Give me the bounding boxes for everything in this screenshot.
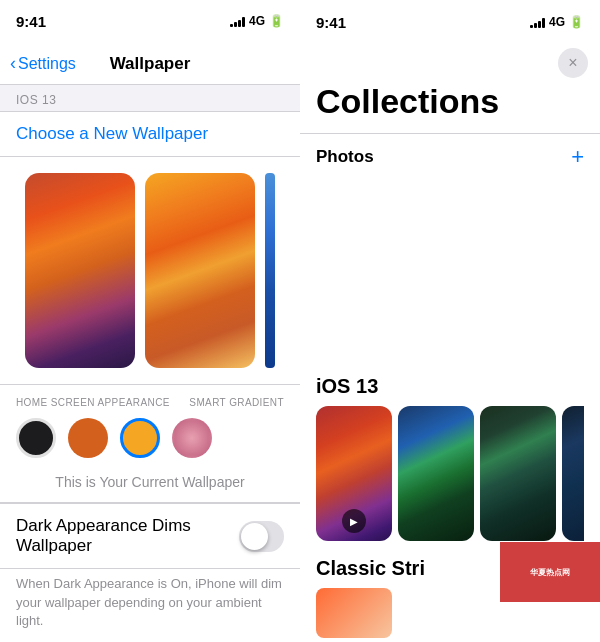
empty-space <box>300 180 600 375</box>
right-network-type: 4G <box>549 15 565 29</box>
left-panel: 9:41 4G 🔋 ‹ Settings Wallpaper iOS 13 Ch… <box>0 0 300 642</box>
photos-row[interactable]: Photos + <box>300 133 600 180</box>
collections-title: Collections <box>300 78 600 133</box>
ios13-wallpaper-1[interactable]: ▶ <box>316 406 392 541</box>
close-icon: × <box>568 54 577 72</box>
photos-label: Photos <box>316 147 374 167</box>
watermark: 华夏热点网 <box>500 542 600 602</box>
play-badge-1: ▶ <box>342 509 366 533</box>
chevron-left-icon: ‹ <box>10 53 16 74</box>
left-nav-bar: ‹ Settings Wallpaper <box>0 43 300 86</box>
right-battery-icon: 🔋 <box>569 15 584 29</box>
left-status-time: 9:41 <box>16 13 46 30</box>
dark-appearance-description: When Dark Appearance is On, iPhone will … <box>0 569 300 642</box>
appearance-labels: HOME SCREEN APPEARANCE SMART GRADIENT <box>16 397 284 408</box>
right-status-icons: 4G 🔋 <box>530 15 584 29</box>
ios13-wallpaper-2[interactable] <box>398 406 474 541</box>
wallpaper-dark-thumb <box>25 173 135 368</box>
color-pink-option[interactable] <box>172 418 212 458</box>
ios13-thumbs: ▶ <box>316 406 584 541</box>
back-label: Settings <box>18 55 76 73</box>
classic-thumb-1[interactable] <box>316 588 392 638</box>
color-orange-light-option[interactable] <box>120 418 160 458</box>
battery-icon: 🔋 <box>269 14 284 28</box>
choose-wallpaper-row[interactable]: Choose a New Wallpaper <box>0 111 300 157</box>
network-type: 4G <box>249 14 265 28</box>
wallpaper-preview-container <box>0 157 300 385</box>
left-status-bar: 9:41 4G 🔋 <box>0 0 300 43</box>
ios13-wallpaper-3[interactable] <box>480 406 556 541</box>
dark-appearance-row: Dark Appearance Dims Wallpaper <box>0 504 300 569</box>
color-options <box>16 418 284 458</box>
add-photos-button[interactable]: + <box>571 144 584 170</box>
wallpaper-blue-strip <box>265 173 275 368</box>
close-bar: × <box>300 44 600 78</box>
right-status-time: 9:41 <box>316 14 346 31</box>
toggle-knob <box>241 523 268 550</box>
ios13-section: iOS 13 ▶ <box>300 375 600 549</box>
right-status-bar: 9:41 4G 🔋 <box>300 0 600 44</box>
color-orange-dark-option[interactable] <box>68 418 108 458</box>
left-status-icons: 4G 🔋 <box>230 14 284 28</box>
back-button[interactable]: ‹ Settings <box>10 53 76 74</box>
close-button[interactable]: × <box>558 48 588 78</box>
ios13-wallpaper-4[interactable] <box>562 406 584 541</box>
dark-appearance-toggle[interactable] <box>239 521 284 552</box>
signal-bars-icon <box>230 15 245 27</box>
watermark-text-1: 华夏热点网 <box>530 567 570 578</box>
ios13-label: iOS 13 <box>316 375 584 398</box>
color-black-option[interactable] <box>16 418 56 458</box>
left-nav-title: Wallpaper <box>110 54 191 74</box>
appearance-section: HOME SCREEN APPEARANCE SMART GRADIENT Th… <box>0 385 300 503</box>
home-screen-appearance-label: HOME SCREEN APPEARANCE <box>16 397 170 408</box>
smart-gradient-label: SMART GRADIENT <box>189 397 284 408</box>
wallpaper-light-thumb <box>145 173 255 368</box>
ios-section-label: iOS 13 <box>0 85 300 111</box>
right-panel: 9:41 4G 🔋 × Collections Photos + iOS 13 <box>300 0 600 642</box>
current-wallpaper-label: This is Your Current Wallpaper <box>16 468 284 494</box>
right-signal-bars-icon <box>530 16 545 28</box>
dark-appearance-label: Dark Appearance Dims Wallpaper <box>16 516 239 556</box>
choose-wallpaper-link[interactable]: Choose a New Wallpaper <box>16 124 208 143</box>
